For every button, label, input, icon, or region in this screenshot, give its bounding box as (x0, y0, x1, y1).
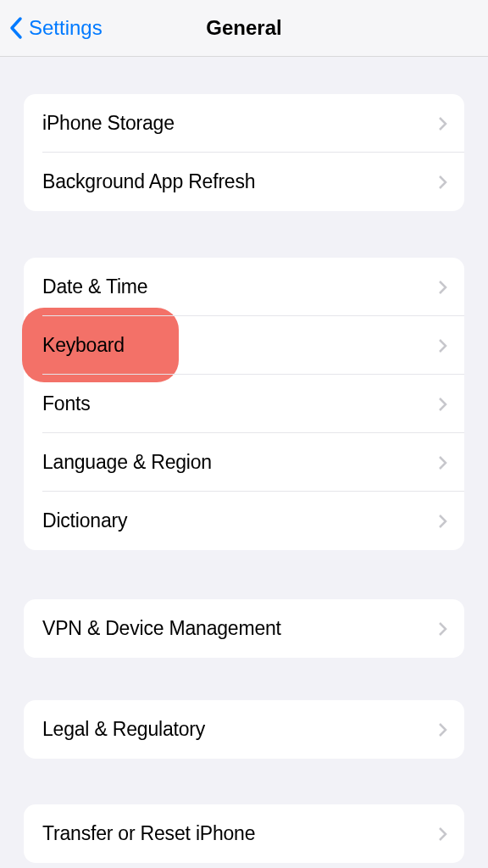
page-title: General (206, 16, 281, 40)
chevron-right-icon (438, 455, 447, 470)
settings-group-4: Legal & Regulatory (24, 700, 464, 759)
chevron-right-icon (438, 338, 447, 353)
chevron-right-icon (438, 514, 447, 529)
back-label: Settings (29, 16, 103, 40)
row-background-app-refresh[interactable]: Background App Refresh (24, 153, 464, 211)
settings-content: iPhone Storage Background App Refresh Da… (0, 94, 488, 863)
row-dictionary[interactable]: Dictionary (24, 492, 464, 550)
row-legal-regulatory[interactable]: Legal & Regulatory (24, 700, 464, 759)
row-label: Legal & Regulatory (42, 718, 205, 741)
settings-group-1: iPhone Storage Background App Refresh (24, 94, 464, 211)
row-label: Fonts (42, 392, 91, 415)
back-button[interactable]: Settings (8, 16, 103, 40)
chevron-right-icon (438, 280, 447, 295)
row-transfer-reset-iphone[interactable]: Transfer or Reset iPhone (24, 804, 464, 863)
row-label: iPhone Storage (42, 112, 175, 135)
chevron-right-icon (438, 116, 447, 131)
row-language-region[interactable]: Language & Region (24, 433, 464, 492)
row-label: Language & Region (42, 451, 212, 474)
nav-bar: Settings General (0, 0, 488, 57)
settings-group-5: Transfer or Reset iPhone (24, 804, 464, 863)
chevron-right-icon (438, 621, 447, 637)
settings-group-3: VPN & Device Management (24, 599, 464, 658)
row-label: Date & Time (42, 275, 147, 298)
row-fonts[interactable]: Fonts (24, 375, 464, 433)
row-label: Keyboard (42, 334, 125, 357)
row-label: Background App Refresh (42, 170, 255, 193)
row-label: Dictionary (42, 509, 127, 532)
settings-group-2: Date & Time Keyboard Fonts Language & Re… (24, 258, 464, 550)
row-iphone-storage[interactable]: iPhone Storage (24, 94, 464, 153)
row-vpn-device-management[interactable]: VPN & Device Management (24, 599, 464, 658)
chevron-right-icon (438, 826, 447, 842)
row-date-time[interactable]: Date & Time (24, 258, 464, 316)
row-keyboard[interactable]: Keyboard (24, 316, 464, 375)
row-label: Transfer or Reset iPhone (42, 822, 255, 845)
chevron-right-icon (438, 397, 447, 412)
chevron-right-icon (438, 722, 447, 737)
row-label: VPN & Device Management (42, 617, 281, 640)
chevron-back-icon (8, 16, 24, 40)
chevron-right-icon (438, 175, 447, 190)
